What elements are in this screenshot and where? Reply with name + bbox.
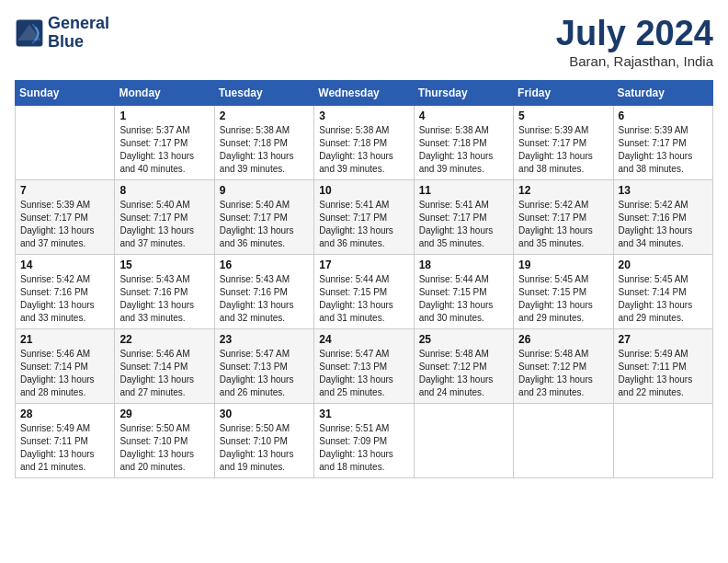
day-info: Sunrise: 5:45 AMSunset: 7:14 PMDaylight:…	[619, 273, 708, 325]
day-number: 9	[220, 184, 309, 197]
day-number: 21	[20, 333, 109, 346]
day-info: Sunrise: 5:43 AMSunset: 7:16 PMDaylight:…	[220, 273, 309, 325]
calendar-cell: 17Sunrise: 5:44 AMSunset: 7:15 PMDayligh…	[314, 254, 414, 328]
calendar-header-cell: Friday	[514, 80, 613, 105]
calendar-cell: 31Sunrise: 5:51 AMSunset: 7:09 PMDayligh…	[314, 403, 414, 477]
day-info: Sunrise: 5:43 AMSunset: 7:16 PMDaylight:…	[119, 273, 209, 325]
day-info: Sunrise: 5:46 AMSunset: 7:14 PMDaylight:…	[20, 348, 109, 399]
day-info: Sunrise: 5:45 AMSunset: 7:15 PMDaylight:…	[518, 273, 608, 325]
day-info: Sunrise: 5:38 AMSunset: 7:18 PMDaylight:…	[220, 124, 309, 176]
day-number: 25	[419, 333, 508, 346]
calendar-cell: 11Sunrise: 5:41 AMSunset: 7:17 PMDayligh…	[414, 179, 513, 254]
calendar-cell	[16, 105, 115, 179]
day-number: 28	[20, 408, 109, 420]
day-number: 22	[119, 333, 209, 346]
title-block: July 2024 Baran, Rajasthan, India	[556, 15, 713, 69]
day-info: Sunrise: 5:47 AMSunset: 7:13 PMDaylight:…	[220, 348, 309, 399]
day-info: Sunrise: 5:46 AMSunset: 7:14 PMDaylight:…	[119, 348, 209, 399]
day-info: Sunrise: 5:47 AMSunset: 7:13 PMDaylight:…	[319, 348, 408, 399]
day-info: Sunrise: 5:49 AMSunset: 7:11 PMDaylight:…	[20, 422, 109, 474]
day-number: 31	[319, 408, 408, 420]
day-number: 18	[419, 259, 508, 271]
calendar-cell: 8Sunrise: 5:40 AMSunset: 7:17 PMDaylight…	[115, 179, 214, 254]
calendar-cell: 19Sunrise: 5:45 AMSunset: 7:15 PMDayligh…	[514, 254, 613, 328]
day-info: Sunrise: 5:37 AMSunset: 7:17 PMDaylight:…	[119, 124, 209, 176]
calendar-cell: 24Sunrise: 5:47 AMSunset: 7:13 PMDayligh…	[314, 328, 414, 403]
day-number: 20	[619, 259, 708, 271]
day-info: Sunrise: 5:39 AMSunset: 7:17 PMDaylight:…	[20, 199, 109, 250]
day-info: Sunrise: 5:48 AMSunset: 7:12 PMDaylight:…	[518, 348, 608, 399]
day-number: 1	[119, 109, 209, 122]
calendar-cell: 20Sunrise: 5:45 AMSunset: 7:14 PMDayligh…	[613, 254, 712, 328]
calendar-cell: 2Sunrise: 5:38 AMSunset: 7:18 PMDaylight…	[214, 105, 313, 179]
calendar-week-row: 1Sunrise: 5:37 AMSunset: 7:17 PMDaylight…	[16, 105, 713, 179]
day-number: 7	[20, 184, 109, 197]
calendar-week-row: 21Sunrise: 5:46 AMSunset: 7:14 PMDayligh…	[16, 328, 713, 403]
calendar-header-row: SundayMondayTuesdayWednesdayThursdayFrid…	[16, 80, 713, 105]
calendar-table: SundayMondayTuesdayWednesdayThursdayFrid…	[15, 80, 713, 478]
day-info: Sunrise: 5:50 AMSunset: 7:10 PMDaylight:…	[220, 422, 309, 474]
day-info: Sunrise: 5:42 AMSunset: 7:16 PMDaylight:…	[20, 273, 109, 325]
day-info: Sunrise: 5:39 AMSunset: 7:17 PMDaylight:…	[619, 124, 708, 176]
calendar-cell: 7Sunrise: 5:39 AMSunset: 7:17 PMDaylight…	[16, 179, 115, 254]
calendar-cell: 6Sunrise: 5:39 AMSunset: 7:17 PMDaylight…	[613, 105, 712, 179]
calendar-week-row: 28Sunrise: 5:49 AMSunset: 7:11 PMDayligh…	[16, 403, 713, 477]
day-number: 3	[319, 109, 408, 122]
month-title: July 2024	[556, 15, 713, 53]
day-info: Sunrise: 5:41 AMSunset: 7:17 PMDaylight:…	[319, 199, 408, 250]
calendar-cell: 18Sunrise: 5:44 AMSunset: 7:15 PMDayligh…	[414, 254, 513, 328]
day-number: 17	[319, 259, 408, 271]
calendar-cell: 14Sunrise: 5:42 AMSunset: 7:16 PMDayligh…	[16, 254, 115, 328]
day-number: 16	[220, 259, 309, 271]
day-info: Sunrise: 5:40 AMSunset: 7:17 PMDaylight:…	[220, 199, 309, 250]
day-number: 6	[619, 109, 708, 122]
day-number: 2	[220, 109, 309, 122]
day-number: 23	[220, 333, 309, 346]
day-info: Sunrise: 5:51 AMSunset: 7:09 PMDaylight:…	[319, 422, 408, 474]
day-info: Sunrise: 5:42 AMSunset: 7:17 PMDaylight:…	[518, 199, 608, 250]
day-info: Sunrise: 5:49 AMSunset: 7:11 PMDaylight:…	[619, 348, 708, 399]
calendar-cell	[514, 403, 613, 477]
calendar-week-row: 14Sunrise: 5:42 AMSunset: 7:16 PMDayligh…	[16, 254, 713, 328]
calendar-cell	[613, 403, 712, 477]
day-info: Sunrise: 5:44 AMSunset: 7:15 PMDaylight:…	[419, 273, 508, 325]
day-number: 29	[119, 408, 209, 420]
calendar-cell: 30Sunrise: 5:50 AMSunset: 7:10 PMDayligh…	[214, 403, 313, 477]
calendar-week-row: 7Sunrise: 5:39 AMSunset: 7:17 PMDaylight…	[16, 179, 713, 254]
calendar-cell: 12Sunrise: 5:42 AMSunset: 7:17 PMDayligh…	[514, 179, 613, 254]
calendar-cell: 26Sunrise: 5:48 AMSunset: 7:12 PMDayligh…	[514, 328, 613, 403]
calendar-cell: 23Sunrise: 5:47 AMSunset: 7:13 PMDayligh…	[214, 328, 313, 403]
day-number: 8	[119, 184, 209, 197]
day-number: 15	[119, 259, 209, 271]
calendar-cell: 10Sunrise: 5:41 AMSunset: 7:17 PMDayligh…	[314, 179, 414, 254]
day-number: 13	[619, 184, 708, 197]
day-number: 4	[419, 109, 508, 122]
calendar-cell: 13Sunrise: 5:42 AMSunset: 7:16 PMDayligh…	[613, 179, 712, 254]
calendar-cell: 9Sunrise: 5:40 AMSunset: 7:17 PMDaylight…	[214, 179, 313, 254]
day-info: Sunrise: 5:39 AMSunset: 7:17 PMDaylight:…	[518, 124, 608, 176]
calendar-body: 1Sunrise: 5:37 AMSunset: 7:17 PMDaylight…	[16, 105, 713, 477]
day-number: 10	[319, 184, 408, 197]
day-number: 14	[20, 259, 109, 271]
calendar-cell: 5Sunrise: 5:39 AMSunset: 7:17 PMDaylight…	[514, 105, 613, 179]
calendar-header-cell: Saturday	[613, 80, 712, 105]
calendar-cell	[414, 403, 513, 477]
calendar-header-cell: Thursday	[414, 80, 513, 105]
day-info: Sunrise: 5:50 AMSunset: 7:10 PMDaylight:…	[119, 422, 209, 474]
day-number: 27	[619, 333, 708, 346]
logo-text: General Blue	[48, 15, 109, 52]
logo-icon	[15, 18, 44, 48]
day-info: Sunrise: 5:38 AMSunset: 7:18 PMDaylight:…	[319, 124, 408, 176]
calendar-cell: 21Sunrise: 5:46 AMSunset: 7:14 PMDayligh…	[16, 328, 115, 403]
day-number: 11	[419, 184, 508, 197]
calendar-cell: 27Sunrise: 5:49 AMSunset: 7:11 PMDayligh…	[613, 328, 712, 403]
day-info: Sunrise: 5:48 AMSunset: 7:12 PMDaylight:…	[419, 348, 508, 399]
calendar-cell: 3Sunrise: 5:38 AMSunset: 7:18 PMDaylight…	[314, 105, 414, 179]
day-number: 24	[319, 333, 408, 346]
calendar-cell: 29Sunrise: 5:50 AMSunset: 7:10 PMDayligh…	[115, 403, 214, 477]
day-info: Sunrise: 5:44 AMSunset: 7:15 PMDaylight:…	[319, 273, 408, 325]
day-number: 12	[518, 184, 608, 197]
calendar-header-cell: Monday	[115, 80, 214, 105]
logo: General Blue	[15, 15, 109, 52]
calendar-cell: 16Sunrise: 5:43 AMSunset: 7:16 PMDayligh…	[214, 254, 313, 328]
